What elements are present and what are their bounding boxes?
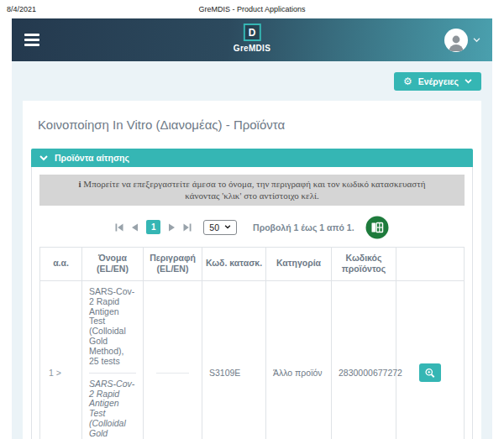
panel-body: i Μπορείτε να επεξεργαστείτε άμεσα το όν… — [31, 167, 473, 439]
magnifier-icon — [424, 367, 436, 379]
gears-icon: ⚙︎ — [403, 76, 412, 86]
current-page[interactable]: 1 — [146, 220, 160, 234]
table-row: 1 > SARS-Cov-2 Rapid Antigen Test (Collo… — [40, 280, 465, 439]
name-divider — [89, 373, 136, 374]
col-header-actions — [396, 247, 465, 280]
chevron-down-icon — [473, 38, 480, 43]
avatar[interactable] — [444, 29, 468, 52]
col-header-manufacturer-code: Κωδ. κατασκ. — [202, 247, 266, 280]
col-header-product-code: Κωδικόςπροϊόντος — [332, 247, 396, 280]
info-box: i Μπορείτε να επεξεργαστείτε άμεσα το όν… — [39, 175, 465, 206]
products-table: α.α. Όνομα(EL/EN) Περιγραφή(EL/EN) Κωδ. … — [39, 247, 465, 439]
first-page-button[interactable] — [115, 223, 123, 232]
page-title: Κοινοποίηση In Vitro (Διανομέας) - Προϊό… — [38, 118, 466, 132]
last-page-button[interactable] — [183, 223, 192, 232]
view-details-button[interactable] — [419, 363, 441, 382]
product-name-el: SARS-Cov-2 Rapid Antigen Test (Colloidal… — [89, 287, 136, 367]
first-page-icon — [115, 223, 123, 232]
app-header: D GreMDIS — [12, 18, 492, 61]
pagination: 1 50 — [39, 216, 465, 239]
content-card: Κοινοποίηση In Vitro (Διανομέας) - Προϊό… — [23, 101, 481, 439]
print-title: GreMDIS - Product Applications — [0, 5, 504, 13]
actions-button[interactable]: ⚙︎ Ενέργειες — [394, 72, 481, 91]
product-code-cell: 2830000677272 — [332, 280, 396, 439]
prev-page-button[interactable] — [131, 223, 139, 232]
excel-icon — [365, 216, 389, 239]
browser-print-header: 8/4/2021 GreMDIS - Product Applications — [0, 0, 504, 18]
pagination-summary: Προβολή 1 έως 1 από 1. — [253, 222, 354, 233]
user-menu[interactable] — [444, 29, 480, 52]
next-page-icon — [168, 223, 176, 232]
brand-name: GreMDIS — [234, 44, 270, 53]
page-size-value: 50 — [209, 222, 219, 233]
next-page-button[interactable] — [168, 223, 176, 232]
logo-letter: D — [249, 27, 256, 39]
row-index-cell[interactable]: 1 > — [40, 280, 82, 439]
col-header-description: Περιγραφή(EL/EN) — [144, 247, 202, 280]
chevron-down-icon — [465, 79, 472, 84]
person-icon — [446, 32, 466, 52]
hamburger-icon — [24, 34, 39, 36]
info-icon: i — [79, 179, 81, 189]
collapse-chevron-icon — [39, 155, 48, 161]
description-cell[interactable] — [144, 280, 202, 439]
col-header-name: Όνομα(EL/EN) — [82, 247, 144, 280]
table-header-row: α.α. Όνομα(EL/EN) Περιγραφή(EL/EN) Κωδ. … — [40, 247, 465, 280]
info-text: Μπορείτε να επεξεργαστείτε άμεσα το όνομ… — [83, 179, 425, 201]
menu-button[interactable] — [21, 30, 43, 50]
brand-logo[interactable]: D GreMDIS — [234, 24, 270, 53]
manufacturer-code-cell[interactable]: S3109E — [202, 280, 266, 439]
actions-cell — [396, 280, 465, 439]
name-cell[interactable]: SARS-Cov-2 Rapid Antigen Test (Colloidal… — [82, 280, 144, 439]
excel-export-button[interactable] — [365, 216, 389, 239]
category-cell: Άλλο προϊόν — [266, 280, 332, 439]
app-logo-icon: D — [244, 24, 261, 41]
prev-page-icon — [131, 223, 139, 232]
panel-header-products[interactable]: Προϊόντα αίτησης — [31, 149, 473, 167]
empty-description-line — [156, 373, 188, 374]
page-size-select[interactable]: 50 — [203, 220, 237, 235]
actions-button-label: Ενέργειες — [418, 76, 459, 86]
products-panel: Προϊόντα αίτησης i Μπορείτε να επεξεργασ… — [31, 149, 473, 439]
chevron-down-icon — [224, 225, 231, 229]
col-header-category: Κατηγορία — [266, 247, 332, 280]
page-body: ⚙︎ Ενέργειες Κοινοποίηση In Vitro (Διανο… — [12, 61, 492, 439]
product-name-en: SARS-Cov-2 Rapid Antigen Test (Colloidal… — [89, 379, 136, 439]
panel-title: Προϊόντα αίτησης — [55, 153, 129, 163]
last-page-icon — [183, 223, 192, 232]
col-header-aa: α.α. — [40, 247, 82, 280]
